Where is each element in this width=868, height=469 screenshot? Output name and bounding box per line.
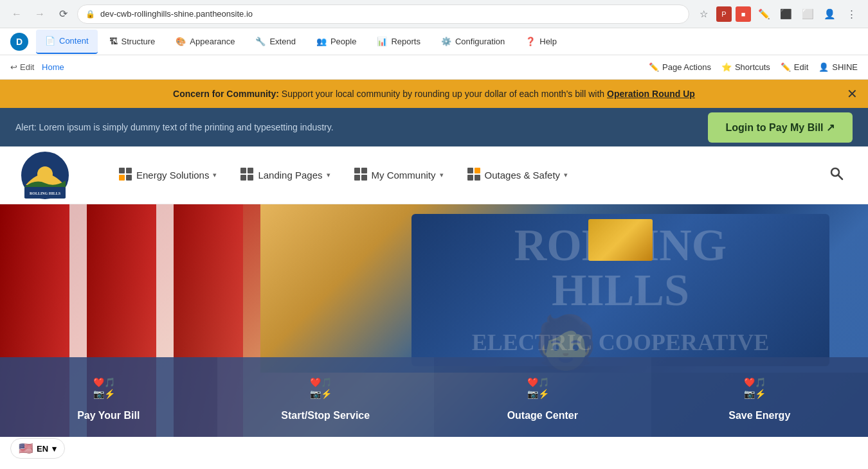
svg-rect-11 (248, 175, 253, 181)
structure-icon: 🏗 (109, 37, 118, 46)
announcement-bold: Concern for Community: (173, 89, 279, 99)
page-actions-icon: ✏️ (649, 62, 659, 72)
svg-rect-15 (361, 175, 367, 181)
admin-tab-extend[interactable]: 🔧 Extend (246, 30, 304, 54)
content-icon: 📄 (45, 36, 55, 46)
save-energy-label: Save Energy (728, 410, 790, 421)
svg-text:❤️🎵: ❤️🎵 (744, 377, 766, 388)
svg-text:📷⚡: 📷⚡ (744, 389, 766, 400)
svg-rect-5 (126, 168, 132, 173)
svg-rect-12 (354, 168, 360, 173)
alert-bar: Alert: Lorem ipsum is simply dummy text … (0, 108, 868, 146)
language-selector[interactable]: 🇺🇸 EN ▾ (10, 438, 65, 459)
announcement-link[interactable]: Operation Round Up (607, 89, 695, 99)
home-link[interactable]: Home (42, 62, 64, 72)
announcement-close-button[interactable]: ✕ (847, 86, 858, 102)
ext-button-4[interactable]: ⬛ (777, 5, 795, 23)
pay-bill-label: Pay Your Bill (77, 410, 140, 421)
ext-button-2[interactable]: ■ (736, 6, 751, 22)
outage-center-icon: ❤️🎵 📷⚡ (527, 373, 558, 403)
url-text: dev-cwb-rollinghills-shine.pantheonsite.… (100, 9, 253, 19)
appearance-icon: 🎨 (176, 37, 186, 46)
svg-text:❤️🎵: ❤️🎵 (310, 377, 332, 388)
nav-energy-solutions[interactable]: Energy Solutions ▾ (109, 162, 226, 188)
search-button[interactable] (824, 161, 849, 189)
svg-rect-8 (240, 168, 246, 173)
outage-center-label: Outage Center (507, 410, 578, 421)
edit-home-back[interactable]: ↩ Edit Home (10, 62, 64, 72)
admin-tab-people[interactable]: 👥 People (307, 30, 365, 54)
rolling-hills-sign: ROLLINGHILLSELECTRIC COOPERATIVE (411, 214, 829, 366)
announcement-body: Support your local community by rounding… (282, 89, 607, 99)
ext-button-3[interactable]: ✏️ (755, 5, 773, 23)
lock-icon: 🔒 (86, 10, 95, 19)
svg-rect-19 (475, 175, 480, 181)
pay-bill-icon: ❤️🎵 📷⚡ (93, 373, 124, 403)
site-logo[interactable]: ROLLING HILLS (19, 150, 71, 201)
toolbar-actions: ✏️ Page Actions ⭐ Shortcuts ✏️ Edit 👤 SH… (649, 62, 858, 72)
reports-icon: 📊 (377, 37, 387, 46)
svg-rect-9 (248, 168, 253, 173)
address-bar[interactable]: 🔒 dev-cwb-rollinghills-shine.pantheonsit… (77, 4, 689, 24)
admin-tab-content[interactable]: 📄 Content (36, 30, 98, 54)
nav-links: Energy Solutions ▾ Landing Pages ▾ My Co… (109, 162, 824, 188)
browser-bar: ← → ⟳ 🔒 dev-cwb-rollinghills-shine.panth… (0, 0, 868, 28)
nav-my-community[interactable]: My Community ▾ (345, 162, 453, 188)
bookmark-button[interactable]: ☆ (694, 5, 712, 23)
page-toolbar: ↩ Edit Home ✏️ Page Actions ⭐ Shortcuts … (0, 55, 868, 80)
configuration-icon: ⚙️ (441, 37, 451, 46)
edit-button[interactable]: ✏️ Edit (781, 62, 808, 72)
shortcuts-icon: ⭐ (721, 62, 732, 72)
nav-outages-safety[interactable]: Outages & Safety ▾ (458, 162, 577, 188)
start-stop-card[interactable]: ❤️🎵 📷⚡ Start/Stop Service (217, 357, 435, 437)
shine-button[interactable]: 👤 SHINE (818, 62, 858, 72)
start-stop-label: Start/Stop Service (281, 410, 370, 421)
pay-bill-card[interactable]: ❤️🎵 📷⚡ Pay Your Bill (0, 357, 217, 437)
outage-center-card[interactable]: ❤️🎵 📷⚡ Outage Center (434, 357, 651, 437)
profile-button[interactable]: 👤 (820, 5, 838, 23)
admin-tab-reports[interactable]: 📊 Reports (368, 30, 429, 54)
landing-pages-chevron: ▾ (327, 171, 330, 179)
drupal-logo: D (10, 33, 28, 51)
my-community-chevron: ▾ (440, 171, 444, 179)
landing-pages-grid-icon (240, 167, 254, 183)
edit-icon: ✏️ (781, 62, 791, 72)
my-community-grid-icon (354, 167, 368, 183)
admin-tab-structure[interactable]: 🏗 Structure (100, 30, 165, 54)
save-energy-card[interactable]: ❤️🎵 📷⚡ Save Energy (651, 357, 869, 437)
outages-safety-chevron: ▾ (564, 171, 568, 179)
ext-button-5[interactable]: ⬜ (799, 5, 817, 23)
shortcuts-button[interactable]: ⭐ Shortcuts (721, 62, 770, 72)
svg-rect-18 (467, 175, 473, 181)
energy-solutions-grid-icon (118, 167, 132, 183)
pantheon-ext-button[interactable]: P (716, 6, 732, 22)
sign-badge (588, 219, 653, 261)
browser-actions: ☆ P ■ ✏️ ⬛ ⬜ 👤 ⋮ (694, 5, 860, 23)
people-icon: 👥 (316, 37, 327, 46)
admin-tab-appearance[interactable]: 🎨 Appearance (167, 30, 244, 54)
admin-tab-help[interactable]: ❓ Help (516, 30, 566, 54)
refresh-button[interactable]: ⟳ (54, 5, 72, 23)
login-pay-bill-button[interactable]: Login to Pay My Bill ↗ (708, 112, 853, 143)
svg-rect-14 (354, 175, 360, 181)
svg-rect-17 (475, 168, 480, 173)
svg-text:📷⚡: 📷⚡ (527, 389, 550, 400)
main-navigation: ROLLING HILLS Energy Solutions ▾ Landing… (0, 146, 868, 204)
language-flag: 🇺🇸 (19, 441, 33, 456)
nav-landing-pages[interactable]: Landing Pages ▾ (231, 162, 339, 188)
admin-bar: D 📄 Content 🏗 Structure 🎨 Appearance 🔧 E… (0, 28, 868, 55)
menu-button[interactable]: ⋮ (842, 5, 860, 23)
forward-button[interactable]: → (31, 5, 49, 23)
page-actions-button[interactable]: ✏️ Page Actions (649, 62, 711, 72)
admin-tab-configuration[interactable]: ⚙️ Configuration (432, 30, 514, 54)
hero-section: ROLLINGHILLSELECTRIC COOPERATIVE 🧑 ❤️🎵 📷… (0, 204, 868, 437)
svg-rect-7 (126, 175, 132, 181)
help-icon: ❓ (525, 37, 536, 46)
back-button[interactable]: ← (8, 5, 26, 23)
svg-rect-13 (361, 168, 367, 173)
language-code: EN (37, 444, 48, 454)
svg-text:❤️🎵: ❤️🎵 (93, 377, 116, 388)
svg-rect-16 (467, 168, 473, 173)
logo-svg: ROLLING HILLS (19, 150, 71, 201)
energy-solutions-chevron: ▾ (213, 171, 217, 179)
